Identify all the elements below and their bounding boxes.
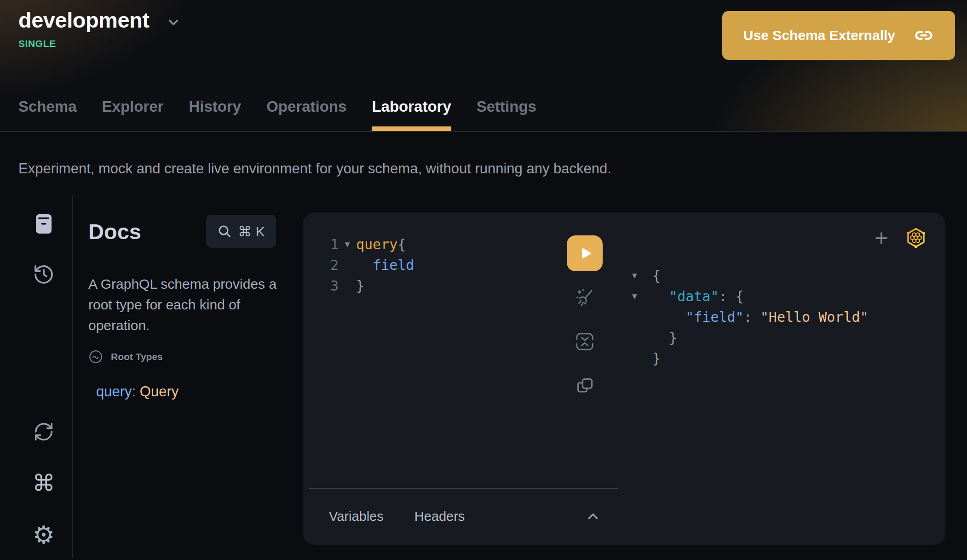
tab-operations[interactable]: Operations: [266, 98, 346, 131]
fold-caret-icon[interactable]: ▾: [339, 234, 356, 255]
docs-panel: Docs ⌘ K A GraphQL schema provides a roo…: [73, 195, 303, 558]
project-title-block: development SINGLE: [18, 7, 181, 49]
refresh-icon[interactable]: [33, 421, 55, 443]
keyboard-shortcuts-icon[interactable]: ⌘: [33, 472, 55, 494]
fold-gutter: [339, 255, 356, 275]
tab-variables[interactable]: Variables: [329, 509, 384, 524]
root-type-name[interactable]: query: [96, 383, 132, 400]
gear-icon[interactable]: ⚙: [33, 524, 55, 546]
root-type-value[interactable]: Query: [140, 383, 178, 400]
fold-gutter: [339, 275, 356, 296]
query-line: 1 ▾ query{: [319, 234, 414, 255]
header-top-row: development SINGLE Use Schema Externally: [0, 0, 967, 60]
fold-caret-icon[interactable]: ▾: [632, 265, 652, 286]
search-shortcut-label: ⌘ K: [238, 223, 265, 240]
editor-footer: Variables Headers: [303, 488, 619, 545]
merge-fragments-icon[interactable]: [574, 331, 595, 352]
graphql-hive-logo-icon[interactable]: [905, 227, 927, 249]
tab-settings[interactable]: Settings: [477, 98, 536, 131]
fold-gutter: [632, 307, 652, 327]
line-number: 3: [319, 275, 339, 296]
play-icon: [577, 246, 593, 261]
response-line: }: [632, 327, 869, 348]
search-icon: [217, 224, 232, 239]
query-editor[interactable]: 1 ▾ query{ 2 field 3 }: [319, 234, 414, 296]
page-header: development SINGLE Use Schema Externally…: [0, 0, 967, 132]
status-badge: SINGLE: [18, 38, 181, 49]
page-subtitle: Experiment, mock and create live environ…: [18, 160, 949, 177]
chevron-down-icon[interactable]: [166, 14, 181, 30]
query-line: 2 field: [319, 255, 414, 275]
history-icon[interactable]: [33, 263, 55, 286]
use-schema-externally-label: Use Schema Externally: [743, 28, 895, 43]
tab-history[interactable]: History: [189, 98, 241, 131]
main-tab-bar: Schema Explorer History Operations Labor…: [18, 98, 536, 131]
laboratory-page: development SINGLE Use Schema Externally…: [0, 0, 967, 560]
root-type-separator: :: [132, 383, 140, 400]
chevron-up-icon[interactable]: [585, 508, 601, 525]
editor-toolbar: [566, 235, 604, 396]
tab-headers[interactable]: Headers: [414, 509, 465, 524]
graphiql-editor-card: 1 ▾ query{ 2 field 3 }: [303, 212, 945, 545]
fold-gutter: [632, 327, 652, 348]
line-number: 1: [319, 234, 339, 255]
tab-schema[interactable]: Schema: [18, 98, 77, 131]
response-viewer: ▾ { ▾ "data": { "field": "Hello World" }: [632, 265, 869, 369]
response-line: "field": "Hello World": [632, 307, 869, 327]
tab-laboratory[interactable]: Laboratory: [372, 98, 451, 131]
docs-search-button[interactable]: ⌘ K: [206, 215, 276, 248]
fold-caret-icon[interactable]: ▾: [632, 286, 652, 307]
wave-circle-icon: [88, 349, 103, 364]
fold-gutter: [632, 348, 652, 369]
use-schema-externally-button[interactable]: Use Schema Externally: [722, 11, 955, 60]
tab-explorer[interactable]: Explorer: [102, 98, 164, 131]
docs-intro-text: A GraphQL schema provides a root type fo…: [88, 274, 286, 336]
docs-panel-title: Docs: [88, 219, 141, 244]
root-type-query-link[interactable]: query: Query: [88, 383, 303, 400]
response-line: ▾ "data": {: [632, 286, 869, 307]
project-title: development: [18, 7, 149, 33]
docs-icon[interactable]: [33, 213, 55, 235]
main-area: ⌘ ⚙ Docs ⌘ K A GraphQL schema provides a…: [0, 195, 967, 558]
response-line: }: [632, 348, 869, 369]
root-types-label: Root Types: [111, 351, 163, 362]
tool-sidebar: ⌘ ⚙: [0, 195, 73, 558]
prettify-icon[interactable]: [574, 287, 595, 308]
link-icon: [914, 25, 934, 46]
query-line: 3 }: [319, 275, 414, 296]
copy-icon[interactable]: [574, 375, 595, 396]
line-number: 2: [319, 255, 339, 275]
editor-card-actions: +: [875, 226, 927, 250]
execute-query-button[interactable]: [567, 235, 603, 271]
response-line: ▾ {: [632, 265, 869, 286]
add-tab-icon[interactable]: +: [875, 226, 888, 250]
